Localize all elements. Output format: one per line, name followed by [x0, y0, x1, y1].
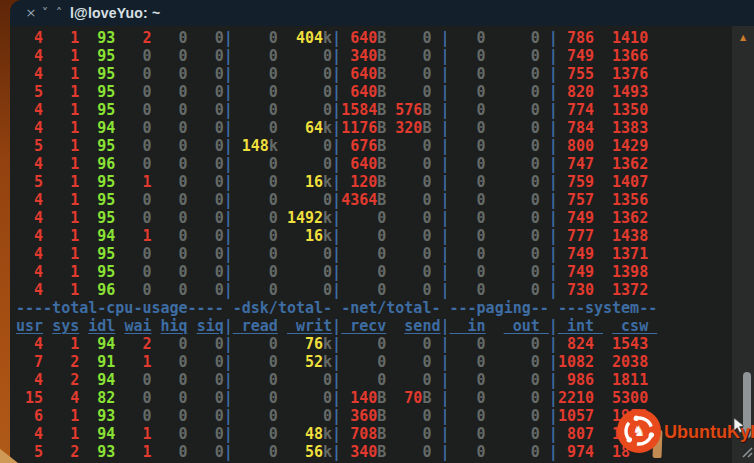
- terminal-cell: 0: [278, 263, 332, 281]
- terminal-cell: |: [224, 47, 233, 65]
- terminal-cell: |: [549, 47, 558, 65]
- terminal-output[interactable]: 4 1 93 2 0 0| 0 404k| 640B 0 | 0 0 | 786…: [16, 29, 657, 461]
- terminal-cell: [386, 317, 404, 335]
- terminal-cell: |: [549, 407, 558, 425]
- terminal-cell: 0: [278, 191, 332, 209]
- terminal-cell: 576: [386, 101, 422, 119]
- terminal-cell: -net/total-: [341, 299, 440, 317]
- scrollbar-track[interactable]: ▲: [732, 26, 754, 463]
- terminal-cell: 676: [341, 137, 377, 155]
- terminal-cell: 820: [558, 83, 594, 101]
- terminal-cell: 0: [386, 191, 440, 209]
- minimize-icon[interactable]: ˅: [38, 0, 52, 26]
- terminal-cell: |: [332, 209, 341, 227]
- terminal-cell: |: [224, 245, 233, 263]
- terminal-cell: |: [224, 191, 233, 209]
- terminal-cell: 1410: [594, 29, 657, 47]
- terminal-cell: 0: [151, 191, 187, 209]
- terminal-cell: 0: [151, 47, 187, 65]
- terminal-cell: 0: [450, 425, 486, 443]
- terminal-cell: 0: [151, 425, 187, 443]
- terminal-cell: |: [549, 245, 558, 263]
- terminal-cell: |: [332, 353, 341, 371]
- terminal-cell: |: [440, 425, 449, 443]
- terminal-cell: 1: [43, 83, 79, 101]
- terminal-cell: 807: [558, 425, 594, 443]
- terminal-cell: 1376: [594, 65, 657, 83]
- terminal-cell: 0: [233, 263, 278, 281]
- terminal-cell: 0: [386, 335, 440, 353]
- terminal-cell: 0: [233, 443, 278, 461]
- terminal-cell: |: [224, 335, 233, 353]
- terminal-cell: 0: [115, 101, 151, 119]
- terminal-cell: 0: [151, 263, 187, 281]
- terminal-cell: 95: [79, 173, 115, 191]
- terminal-cell: |: [440, 281, 449, 299]
- mouse-cursor-icon: [733, 417, 746, 434]
- terminal-line: 7 2 91 1 0 0| 0 52k| 0 0 | 0 0 |1082 203…: [16, 353, 657, 371]
- terminal-line: 4 1 95 0 0 0| 0 0| 640B 0 | 0 0 | 755 13…: [16, 65, 657, 83]
- terminal-cell: 0: [151, 389, 187, 407]
- terminal-cell: 0: [151, 137, 187, 155]
- terminal-cell: |: [549, 227, 558, 245]
- terminal-cell: 15: [16, 389, 43, 407]
- terminal-cell: 0: [386, 155, 440, 173]
- terminal-cell: 974: [558, 443, 594, 461]
- terminal-cell: 0: [115, 47, 151, 65]
- terminal-cell: 95: [79, 47, 115, 65]
- terminal-cell: 0: [151, 281, 187, 299]
- terminal-cell: |: [549, 29, 558, 47]
- scroll-up-arrow-icon[interactable]: ▲: [732, 33, 754, 42]
- terminal-cell: 0: [233, 245, 278, 263]
- terminal-cell: ---paging--: [450, 299, 549, 317]
- terminal-cell: 1: [43, 137, 79, 155]
- close-icon[interactable]: ×: [24, 0, 38, 26]
- terminal-cell: 0: [233, 407, 278, 425]
- terminal-cell: |: [332, 263, 341, 281]
- terminal-cell: 0: [188, 137, 224, 155]
- terminal-cell: 1372: [594, 281, 657, 299]
- terminal-cell: |: [332, 155, 341, 173]
- terminal-cell: 0: [386, 263, 440, 281]
- terminal-cell: -dsk/total-: [233, 299, 332, 317]
- terminal-cell: k: [323, 173, 332, 191]
- terminal-cell: 0: [450, 335, 486, 353]
- terminal-cell: 95: [79, 191, 115, 209]
- terminal-cell: |: [440, 245, 449, 263]
- terminal-cell: 0: [486, 83, 549, 101]
- terminal-cell: 2: [115, 335, 151, 353]
- terminal-cell: sys: [52, 317, 79, 335]
- terminal-cell: |: [549, 191, 558, 209]
- terminal-cell: 0: [386, 65, 440, 83]
- terminal-cell: B: [377, 29, 386, 47]
- terminal-cell: 0: [341, 245, 386, 263]
- terminal-cell: 95: [79, 263, 115, 281]
- terminal-cell: B: [377, 47, 386, 65]
- terminal-cell: 0: [450, 443, 486, 461]
- terminal-cell: 1543: [594, 335, 657, 353]
- maximize-icon[interactable]: ˄: [52, 0, 66, 26]
- terminal-cell: 0: [386, 371, 440, 389]
- terminal-cell: 0: [188, 65, 224, 83]
- terminal-cell: 1: [43, 65, 79, 83]
- terminal-cell: |: [549, 119, 558, 137]
- terminal-cell: |: [440, 29, 449, 47]
- terminal-cell: ---system--: [558, 299, 657, 317]
- terminal-cell: k: [269, 137, 278, 155]
- terminal-cell: 0: [233, 155, 278, 173]
- terminal-cell: 0: [278, 101, 332, 119]
- terminal-cell: 708: [341, 425, 377, 443]
- terminal-cell: |: [332, 335, 341, 353]
- terminal-cell: |: [224, 173, 233, 191]
- terminal-cell: 0: [151, 443, 187, 461]
- terminal-cell: 0: [486, 371, 549, 389]
- terminal-cell: [440, 299, 449, 317]
- terminal-cell: 0: [151, 209, 187, 227]
- terminal-cell: |: [224, 407, 233, 425]
- terminal-cell: |: [440, 263, 449, 281]
- terminal-line: 5 1 95 0 0 0| 0 0| 640B 0 | 0 0 | 820 14…: [16, 83, 657, 101]
- terminal-cell: 0: [450, 173, 486, 191]
- terminal-cell: 0: [341, 281, 386, 299]
- terminal-cell: 0: [486, 245, 549, 263]
- titlebar[interactable]: × ˅ ˄ l@loveYuo: ~: [10, 0, 754, 26]
